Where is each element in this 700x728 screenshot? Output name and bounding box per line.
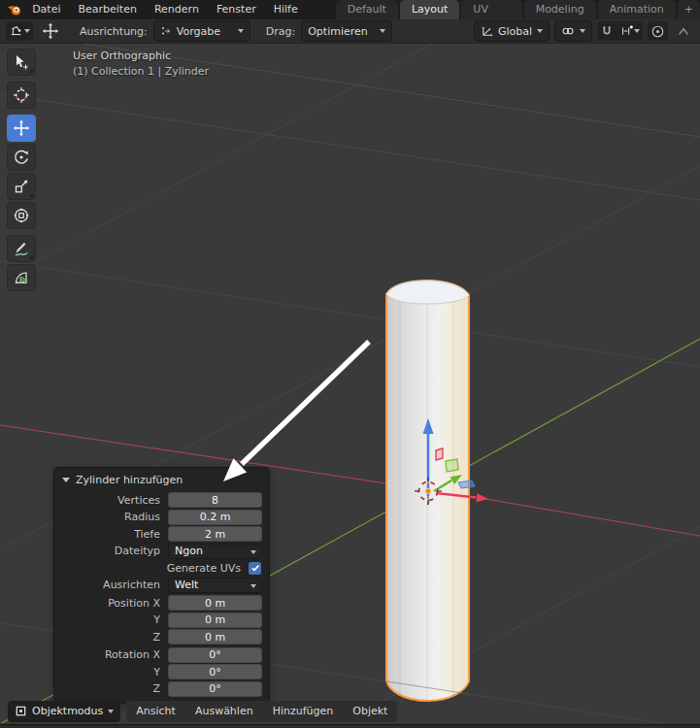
transform-icon: [13, 207, 30, 224]
panel-row-vertices: Vertices 8: [60, 492, 262, 508]
active-tool-icon: [9, 23, 24, 39]
rotation-x-field[interactable]: 0°: [168, 647, 262, 663]
mode-dropdown[interactable]: Objektmodus: [8, 701, 120, 722]
position-y-field[interactable]: 0 m: [168, 612, 262, 628]
toolbar: [7, 49, 36, 291]
blender-logo-icon[interactable]: [6, 2, 23, 17]
menu-hinzufuegen[interactable]: Hinzufügen: [263, 701, 344, 722]
chevron-down-icon: [537, 29, 543, 33]
drag-dropdown[interactable]: Optimieren: [301, 20, 392, 42]
magnet-icon: [600, 24, 614, 38]
move-icon: [13, 119, 30, 137]
menu-datei[interactable]: Datei: [23, 0, 69, 19]
alignment-label: Ausrichtung:: [80, 25, 148, 38]
scale-icon: [13, 178, 30, 195]
tool-tweak-select[interactable]: [7, 49, 36, 76]
menu-rendern[interactable]: Rendern: [146, 0, 208, 19]
gizmo-plane-xz: [436, 448, 443, 460]
select-cursor-icon: [13, 53, 30, 71]
chevron-down-icon: [580, 29, 585, 33]
chevron-down-icon: [634, 29, 640, 33]
drag-label: Drag:: [266, 25, 295, 38]
tab-default[interactable]: Default: [336, 0, 398, 19]
snap-toggle-button[interactable]: [597, 21, 617, 41]
panel-row-rotation-x: Rotation X 0°: [60, 647, 262, 663]
menu-fenster[interactable]: Fenster: [208, 0, 265, 19]
menu-ansicht[interactable]: Ansicht: [126, 701, 185, 722]
panel-row-position-y: Y 0 m: [60, 612, 262, 628]
panel-row-position-x: Position X 0 m: [60, 595, 262, 611]
proportional-edit-button[interactable]: [648, 21, 668, 41]
operator-panel-add-cylinder[interactable]: Zylinder hinzufügen Vertices 8 Radius 0.…: [53, 467, 270, 704]
orientation-preset-icon: [160, 25, 172, 37]
collapse-triangle-icon: [62, 478, 70, 482]
operator-panel-header[interactable]: Zylinder hinzufügen: [60, 472, 262, 488]
tab-layout[interactable]: Layout: [400, 0, 459, 19]
chevron-down-icon: [250, 584, 256, 588]
orientation-axes-icon: [481, 25, 493, 38]
rotation-y-field[interactable]: 0°: [168, 664, 262, 679]
object-mode-icon: [15, 705, 27, 717]
menu-objekt[interactable]: Objekt: [343, 701, 397, 722]
position-z-field[interactable]: 0 m: [168, 629, 262, 645]
generate-uvs-checkbox[interactable]: [249, 562, 261, 575]
tab-modeling[interactable]: Modeling: [524, 0, 596, 19]
panel-row-rotation-z: Z 0°: [60, 681, 262, 697]
tool-annotate[interactable]: [7, 235, 36, 262]
snap-increment-icon: [619, 24, 634, 38]
transform-orientation-dropdown[interactable]: Global: [474, 20, 550, 42]
menu-auswaehlen[interactable]: Auswählen: [185, 701, 263, 722]
radius-field[interactable]: 0.2 m: [168, 510, 262, 525]
snap-settings-dropdown[interactable]: [617, 21, 643, 41]
viewport-menus: Ansicht Auswählen Hinzufügen Objekt: [126, 701, 397, 722]
chevron-down-icon: [380, 29, 385, 33]
align-dropdown[interactable]: Welt: [168, 578, 262, 593]
tool-transform[interactable]: [7, 202, 36, 229]
chevron-down-icon: [250, 550, 256, 554]
axis-x-line: [469, 496, 700, 536]
panel-row-position-z: Z 0 m: [60, 629, 262, 645]
tool-cursor[interactable]: [7, 82, 36, 109]
gizmo-plane-xy: [458, 480, 475, 488]
depth-field[interactable]: 2 m: [168, 526, 262, 542]
menu-bearbeiten[interactable]: Bearbeiten: [69, 0, 145, 19]
tool-rotate[interactable]: [7, 144, 36, 171]
annotate-pencil-icon: [13, 240, 30, 257]
panel-row-rotation-y: Y 0°: [60, 664, 262, 679]
cap-fill-type-dropdown[interactable]: Ngon: [168, 544, 262, 559]
tool-measure[interactable]: [7, 264, 36, 291]
axis-y-line: [469, 339, 700, 466]
tool-scale[interactable]: [7, 173, 36, 200]
tab-animation[interactable]: Animation: [598, 0, 676, 19]
vertices-field[interactable]: 8: [168, 492, 262, 508]
check-icon: [250, 563, 260, 573]
snapping-group: [597, 21, 643, 41]
position-x-field[interactable]: 0 m: [168, 595, 262, 611]
collapse-header-button[interactable]: [673, 21, 694, 41]
move-tool-header-icon[interactable]: [39, 21, 62, 41]
top-menu-bar: Datei Bearbeiten Rendern Fenster Hilfe D…: [0, 0, 700, 19]
alignment-dropdown[interactable]: Vorgabe: [153, 20, 250, 42]
context-breadcrumb: (1) Collection 1 | Zylinder: [73, 65, 209, 78]
tool-move[interactable]: [7, 115, 36, 142]
chevron-down-icon: [108, 710, 114, 713]
rotation-z-field[interactable]: 0°: [168, 681, 262, 697]
tab-uv-editing[interactable]: UV Editing: [461, 0, 521, 19]
proportional-edit-icon: [650, 24, 665, 39]
viewport-footer-bar: Objektmodus Ansicht Auswählen Hinzufügen…: [0, 698, 700, 724]
cursor-tool-icon: [13, 86, 30, 104]
pivot-point-dropdown[interactable]: [554, 20, 592, 42]
measure-icon: [13, 269, 30, 286]
menu-hilfe[interactable]: Hilfe: [265, 0, 307, 19]
tool-settings-bar: Ausrichtung: Vorgabe Drag: Optimieren Gl…: [0, 19, 700, 44]
active-tool-button[interactable]: [6, 21, 33, 41]
link-icon: [561, 24, 575, 38]
operator-panel-title: Zylinder hinzufügen: [76, 474, 183, 486]
rotate-icon: [13, 149, 30, 166]
add-workspace-button[interactable]: +: [678, 0, 700, 19]
gizmo-plane-y: [446, 459, 458, 472]
chevron-down-icon: [238, 29, 244, 33]
chevron-up-icon: [676, 24, 691, 38]
view-orientation-label: User Orthographic: [73, 50, 171, 62]
panel-row-radius: Radius 0.2 m: [60, 510, 262, 525]
